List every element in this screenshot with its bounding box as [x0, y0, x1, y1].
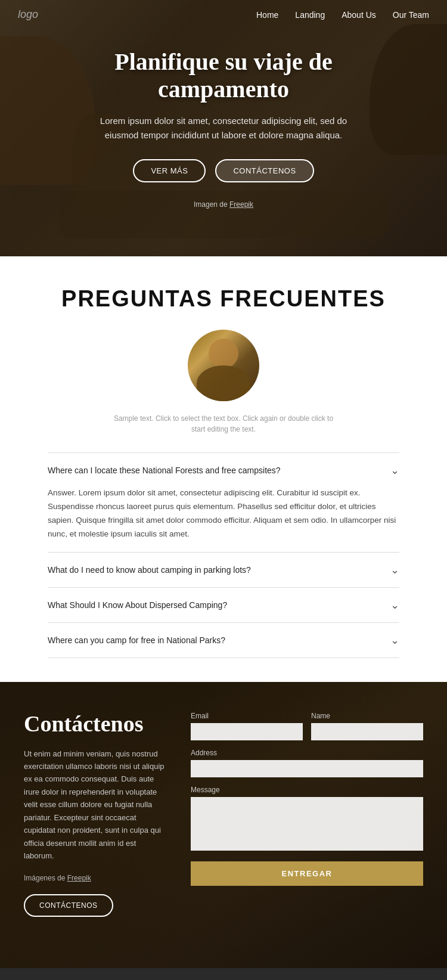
email-group: Email	[191, 712, 303, 740]
nav-links: Home Landing About Us Our Team	[256, 10, 429, 20]
contact-left: Contáctenos Ut enim ad minim veniam, qui…	[24, 712, 167, 917]
faq-question-4[interactable]: Where can you camp for free in National …	[48, 634, 399, 647]
faq-list: Where can I locate these National Forest…	[48, 452, 399, 658]
faq-question-1[interactable]: Where can I locate these National Forest…	[48, 464, 399, 477]
faq-question-2[interactable]: What do I need to know about camping in …	[48, 563, 399, 576]
faq-chevron-icon-2: ⌄	[390, 563, 399, 576]
name-label: Name	[311, 712, 423, 720]
faq-question-text-4: Where can you camp for free in National …	[48, 635, 225, 645]
hero-content: Planifique su viaje de campamento Lorem …	[0, 0, 447, 256]
contact-section: Contáctenos Ut enim ad minim veniam, qui…	[0, 682, 447, 968]
hero-subtitle: Lorem ipsum dolor sit amet, consectetur …	[92, 114, 355, 142]
faq-avatar-wrap	[48, 330, 399, 401]
faq-question-text-2: What do I need to know about camping in …	[48, 565, 251, 575]
faq-chevron-icon-1: ⌄	[390, 464, 399, 477]
form-row-1: Email Name	[191, 712, 423, 740]
contact-button[interactable]: CONTÁCTENOS	[24, 894, 113, 917]
faq-question-text-3: What Should I Know About Dispersed Campi…	[48, 600, 227, 610]
nav-about[interactable]: About Us	[342, 10, 376, 20]
faq-title: PREGUNTAS FRECUENTES	[48, 286, 399, 312]
nav-landing[interactable]: Landing	[295, 10, 325, 20]
contact-description: Ut enim ad minim veniam, quis nostrud ex…	[24, 748, 167, 863]
address-label: Address	[191, 749, 423, 757]
contact-credit: Imágenes de Freepik	[24, 874, 167, 882]
hero-title: Planifique su viaje de campamento	[48, 48, 399, 103]
nav-home[interactable]: Home	[256, 10, 278, 20]
contact-credit-link[interactable]: Freepik	[67, 874, 91, 882]
logo: logo	[18, 8, 38, 21]
contact-form-area: Email Name Address Message ENTREGAR	[191, 712, 423, 886]
name-group: Name	[311, 712, 423, 740]
hero-buttons: VER MÁS CONTÁCTENOS	[133, 159, 313, 182]
message-textarea[interactable]	[191, 797, 423, 851]
faq-item: What do I need to know about camping in …	[48, 552, 399, 587]
faq-sample-text: Sample text. Click to select the text bo…	[110, 413, 337, 435]
faq-item: Where can I locate these National Forest…	[48, 452, 399, 552]
faq-answer-1: Answer. Lorem ipsum dolor sit amet, cons…	[48, 486, 399, 541]
hero-contact-button[interactable]: CONTÁCTENOS	[215, 159, 313, 182]
hero-section: Planifique su viaje de campamento Lorem …	[0, 0, 447, 256]
message-group: Message	[191, 786, 423, 851]
faq-chevron-icon-3: ⌄	[390, 598, 399, 612]
message-label: Message	[191, 786, 423, 794]
navigation: logo Home Landing About Us Our Team	[0, 0, 447, 29]
email-label: Email	[191, 712, 303, 720]
faq-chevron-icon-4: ⌄	[390, 634, 399, 647]
submit-button[interactable]: ENTREGAR	[191, 861, 423, 886]
faq-section: PREGUNTAS FRECUENTES Sample text. Click …	[0, 256, 447, 682]
footer: Sample text. Click to select the Text El…	[0, 968, 447, 980]
address-group: Address	[191, 749, 423, 777]
faq-avatar	[188, 330, 259, 401]
faq-question-text-1: Where can I locate these National Forest…	[48, 466, 281, 475]
contact-title: Contáctenos	[24, 712, 167, 737]
nav-team[interactable]: Our Team	[393, 10, 429, 20]
faq-item: What Should I Know About Dispersed Campi…	[48, 587, 399, 622]
email-input[interactable]	[191, 723, 303, 740]
faq-question-3[interactable]: What Should I Know About Dispersed Campi…	[48, 598, 399, 612]
name-input[interactable]	[311, 723, 423, 740]
hero-more-button[interactable]: VER MÁS	[133, 159, 206, 182]
hero-credit: Imagen de Freepik	[194, 200, 253, 209]
hero-credit-link[interactable]: Freepik	[229, 200, 253, 209]
faq-item: Where can you camp for free in National …	[48, 622, 399, 658]
address-input[interactable]	[191, 760, 423, 777]
